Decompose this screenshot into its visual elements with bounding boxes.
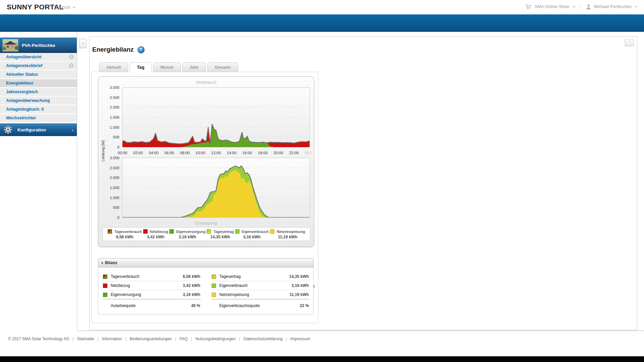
chevron-down-icon xyxy=(72,6,76,8)
sidebar-item-jahresvergleich[interactable]: Jahresvergleich xyxy=(0,88,77,96)
chevron-right-icon: › xyxy=(72,127,73,133)
svg-text:0: 0 xyxy=(117,145,119,149)
page-title: Energiebilanz xyxy=(92,46,134,53)
swatch xyxy=(103,293,107,297)
top-right-menus: SMA Online Store Michael Perlitschke xyxy=(525,4,638,9)
language-selector[interactable]: Deutsch xyxy=(54,5,76,10)
svg-text:06:00: 06:00 xyxy=(164,151,174,155)
svg-text:3.000: 3.000 xyxy=(110,86,119,89)
footer-link-nutzungsbedingungen[interactable]: Nutzungsbedingungen xyxy=(196,337,236,341)
swatch xyxy=(103,275,107,279)
svg-text:2.500: 2.500 xyxy=(110,166,119,170)
svg-text:04:00: 04:00 xyxy=(149,151,159,155)
bilanz-row: Tagesertrag14,35 kWh xyxy=(212,272,310,281)
collapse-panel-button[interactable]: ˆ xyxy=(625,39,634,46)
eigenverbrauchsquote-row: Eigenverbrauchsquote22 % xyxy=(212,299,310,309)
legend-swatch xyxy=(235,229,239,234)
legend-item: Tagesverbrauch 6,58 kWh xyxy=(108,229,142,239)
svg-text:2.000: 2.000 xyxy=(110,105,119,109)
language-label: Deutsch xyxy=(54,5,70,10)
footer-link-bedienungsanleitungen[interactable]: Bedienungsanleitungen xyxy=(130,337,172,341)
bilanz-row: Eigenverbrauch3,16 kWh xyxy=(212,281,310,290)
header-band xyxy=(0,14,644,32)
verbrauch-chart: 05001.0001.5002.0002.5003.000 xyxy=(102,86,312,149)
svg-text:500: 500 xyxy=(113,205,119,209)
divider xyxy=(581,4,581,9)
chevron-down-icon xyxy=(635,6,638,8)
sidebar-item-anlagenuebersicht[interactable]: Anlagenübersicht xyxy=(0,53,77,61)
sidebar-item-anlagensteckbrief[interactable]: Anlagensteckbrief xyxy=(0,62,77,70)
footer-link-information[interactable]: Information xyxy=(102,337,122,341)
legend-swatch xyxy=(143,229,148,234)
footer-link-faq[interactable]: FAQ xyxy=(179,337,187,341)
tab-aktuell[interactable]: Aktuell xyxy=(99,62,128,72)
tab-tag[interactable]: Tag xyxy=(129,62,152,72)
sidebar: PVA-Perlitschke Anlagenübersicht Anlagen… xyxy=(0,32,77,330)
legend-item: Eigenverbrauch 3,16 kWh xyxy=(235,229,269,239)
tab-gesamt[interactable]: Gesamt xyxy=(207,62,238,72)
collapse-caret-icon: ▾ xyxy=(101,261,103,265)
svg-text:16:00: 16:00 xyxy=(243,151,252,155)
bilanz-row: Netzeinspeisung11,19 kWh xyxy=(212,290,310,299)
erzeugung-chart: 05001.0001.5002.0002.5003.000 xyxy=(102,157,312,220)
svg-text:20:00: 20:00 xyxy=(274,151,283,155)
chart-legend: Tagesverbrauch 6,58 kWh Netzbezug 3,42 k… xyxy=(103,227,310,241)
swatch xyxy=(212,293,216,297)
svg-text:500: 500 xyxy=(113,135,119,139)
svg-text:02:00: 02:00 xyxy=(133,151,143,155)
svg-text:18:00: 18:00 xyxy=(258,151,268,155)
tab-monat[interactable]: Monat xyxy=(153,62,181,72)
legend-item: Netzeinspeisung 11,19 kWh xyxy=(270,229,305,239)
svg-text:3.000: 3.000 xyxy=(110,157,119,160)
svg-text:22:00: 22:00 xyxy=(289,151,299,155)
collapse-sidebar-button[interactable]: ‹ xyxy=(79,39,87,48)
plant-header[interactable]: PVA-Perlitschke xyxy=(0,38,77,53)
swatch xyxy=(103,284,107,288)
footer: © 2017 SMA Solar Technology AG| Startsei… xyxy=(8,337,310,341)
cart-icon xyxy=(525,4,532,9)
swatch xyxy=(212,275,216,279)
config-button[interactable]: Konfiguration › xyxy=(0,123,77,136)
legend-item: Tagesertrag 14,35 kWh xyxy=(207,229,234,239)
footer-link-impressum[interactable]: Impressum xyxy=(290,337,310,341)
legend-swatch xyxy=(207,229,211,234)
sidebar-item-wechselrichter[interactable]: Wechselrichter xyxy=(0,114,77,122)
sidebar-item-aktueller-status[interactable]: Aktueller Status xyxy=(0,70,77,78)
svg-text:1.000: 1.000 xyxy=(110,125,119,129)
user-icon xyxy=(586,4,591,9)
store-menu[interactable]: SMA Online Store xyxy=(535,4,569,9)
user-menu[interactable]: Michael Perlitschke xyxy=(594,4,632,9)
svg-text:08:00: 08:00 xyxy=(180,151,190,155)
tab-content: Verbrauch 05001.0001.5002.0002.5003.000 … xyxy=(92,72,318,323)
help-icon[interactable]: ? xyxy=(138,46,145,53)
svg-text:0: 0 xyxy=(117,216,119,220)
erzeugung-title: Erzeugung xyxy=(98,221,314,226)
svg-text:12:00: 12:00 xyxy=(211,151,221,155)
footer-link-datenschutzerklaerung[interactable]: Datenschutzerklärung xyxy=(244,337,283,341)
chart-panel: Verbrauch 05001.0001.5002.0002.5003.000 … xyxy=(98,76,314,247)
sidebar-item-anlagenueberwachung[interactable]: Anlagenüberwachung xyxy=(0,97,77,105)
svg-text:1.500: 1.500 xyxy=(110,186,119,190)
content-separator xyxy=(77,330,644,331)
sidebar-item-energiebilanz[interactable]: Energiebilanz xyxy=(0,79,77,87)
svg-text:2.500: 2.500 xyxy=(110,96,119,100)
y-axis-label: Leistung [W] xyxy=(101,137,105,164)
globe-icon xyxy=(69,55,73,59)
verbrauch-title: Verbrauch xyxy=(98,80,314,85)
bilanz-row: Eigenversorgung3,16 kWh xyxy=(103,290,201,299)
bilanz-row: Netzbezug3,42 kWh xyxy=(103,281,201,290)
sidebar-item-anlagenlogbuch[interactable]: Anlagenlogbuch: 0 xyxy=(0,105,77,113)
svg-text:1.500: 1.500 xyxy=(110,115,119,119)
bilanz-header[interactable]: ▾ Bilanz xyxy=(98,258,314,267)
legend-swatch xyxy=(108,229,112,234)
svg-text:00:00: 00:00 xyxy=(305,151,312,155)
tab-jahr[interactable]: Jahr xyxy=(182,62,206,72)
plant-thumbnail xyxy=(2,39,18,52)
copyright: © 2017 SMA Solar Technology AG xyxy=(8,337,69,341)
legend-item: Netzbezug 3,42 kWh xyxy=(143,229,168,239)
autarkiequote-row: Autarkiequote48 % xyxy=(103,299,201,309)
footer-link-startseite[interactable]: Startseite xyxy=(77,337,94,341)
top-bar: SUNNY PORTAL Deutsch SMA Online Store Mi… xyxy=(0,0,644,14)
bilanz-panel: ▾ Bilanz Tagesverbrauch6,58 kWh Netzbezu… xyxy=(98,258,314,314)
legend-item: Eigenversorgung 3,16 kWh xyxy=(169,229,205,239)
